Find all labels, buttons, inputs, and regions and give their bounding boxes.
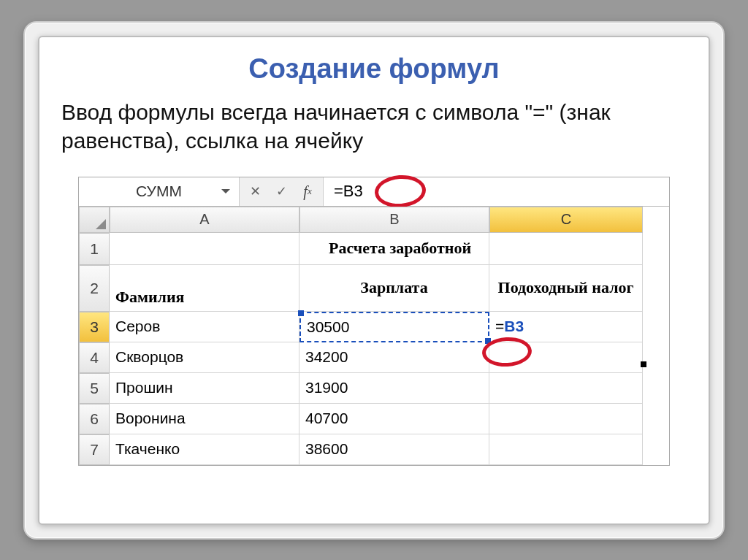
select-all-corner[interactable] — [79, 207, 110, 233]
row-header-2[interactable]: 2 — [79, 265, 110, 312]
cell-B7[interactable]: 38600 — [299, 434, 489, 465]
cell-A4[interactable]: Скворцов — [110, 342, 299, 373]
slide-frame-inner: Создание формул Ввод формулы всегда начи… — [38, 36, 710, 525]
cell-C1[interactable] — [489, 233, 643, 265]
cell-B4[interactable]: 34200 — [299, 342, 489, 373]
formula-bar-buttons: ✕ ✓ fx — [240, 182, 323, 201]
row-header-3[interactable]: 3 — [79, 312, 110, 342]
cell-C7[interactable] — [489, 434, 643, 465]
column-header-A[interactable]: A — [110, 207, 299, 233]
cell-C5[interactable] — [489, 373, 643, 404]
cell-C6[interactable] — [489, 404, 643, 434]
cell-B1[interactable]: Расчета заработной — [299, 233, 489, 265]
formula-input-value: =B3 — [334, 182, 363, 201]
cancel-formula-icon[interactable]: ✕ — [245, 182, 264, 201]
cell-B2[interactable]: Зарплата — [299, 265, 489, 312]
cell-C2[interactable]: Подоходный налог — [489, 265, 643, 312]
fx-icon[interactable]: fx — [298, 182, 317, 201]
column-header-C[interactable]: C — [489, 207, 643, 233]
cell-B6[interactable]: 40700 — [299, 404, 489, 434]
excel-screenshot: СУММ ✕ ✓ fx =B3 A B C — [78, 177, 670, 466]
cell-C3-ref: B3 — [504, 318, 524, 335]
cell-A6[interactable]: Воронина — [110, 404, 299, 434]
row-header-4[interactable]: 4 — [79, 342, 110, 373]
cell-A3[interactable]: Серов — [110, 312, 299, 342]
cell-A5[interactable]: Прошин — [110, 373, 299, 404]
cell-C4[interactable] — [489, 342, 643, 373]
formula-bar: СУММ ✕ ✓ fx =B3 — [79, 177, 669, 207]
cell-C3[interactable]: =B3 — [489, 312, 643, 342]
row-header-5[interactable]: 5 — [79, 373, 110, 404]
slide-title: Создание формул — [61, 53, 687, 85]
spreadsheet-grid[interactable]: A B C 1 Расчета заработной 2 Фамилия Зар… — [79, 207, 669, 465]
row-header-6[interactable]: 6 — [79, 404, 110, 434]
cell-B3[interactable]: 30500 — [299, 312, 489, 342]
cell-A1[interactable] — [110, 233, 299, 265]
cell-A2[interactable]: Фамилия — [110, 265, 299, 312]
slide-description: Ввод формулы всегда начинается с символа… — [61, 98, 687, 155]
formula-input[interactable]: =B3 — [323, 177, 669, 206]
slide-frame-outer: Создание формул Ввод формулы всегда начи… — [23, 21, 725, 540]
name-box-value: СУММ — [136, 183, 182, 200]
cell-B5[interactable]: 31900 — [299, 373, 489, 404]
cell-A7[interactable]: Ткаченко — [110, 434, 299, 465]
column-header-B[interactable]: B — [299, 207, 489, 233]
row-header-1[interactable]: 1 — [79, 233, 110, 265]
name-box[interactable]: СУММ — [79, 177, 240, 206]
cell-C3-prefix: = — [495, 318, 504, 335]
fill-handle-icon[interactable] — [641, 361, 646, 367]
row-header-7[interactable]: 7 — [79, 434, 110, 465]
enter-formula-icon[interactable]: ✓ — [272, 182, 291, 201]
chevron-down-icon[interactable] — [221, 189, 230, 193]
